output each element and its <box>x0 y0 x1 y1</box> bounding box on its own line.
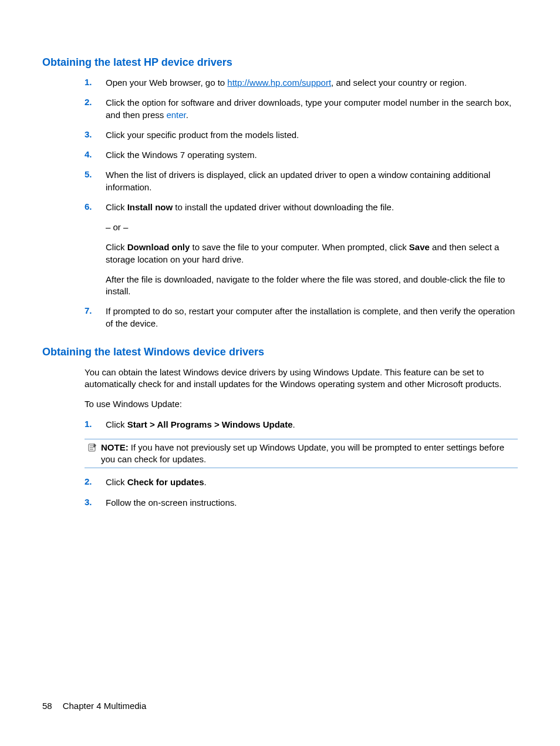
text: to install the updated driver without do… <box>173 202 394 212</box>
text: Click <box>106 242 127 252</box>
step-number: 2. <box>85 97 106 121</box>
windows-update-steps: 1. Click Start > All Programs > Windows … <box>85 419 518 431</box>
note-body: NOTE: If you have not previously set up … <box>101 442 518 466</box>
bold-check-updates: Check for updates <box>127 477 204 487</box>
note-icon <box>85 442 101 452</box>
step-body: When the list of drivers is displayed, c… <box>106 169 518 193</box>
step-body: Click Check for updates. <box>106 476 518 488</box>
list-item: 6. Click Install now to install the upda… <box>85 201 518 298</box>
list-item: 3. Click your specific product from the … <box>85 129 518 141</box>
text: , and select your country or region. <box>331 78 467 88</box>
keyword-enter: enter <box>166 110 185 120</box>
bold-start-path: Start > All Programs > Windows Update <box>127 419 293 429</box>
step-number: 6. <box>85 201 106 298</box>
step-number: 2. <box>85 476 106 488</box>
step-number: 4. <box>85 149 106 161</box>
text: After the file is downloaded, navigate t… <box>106 274 518 298</box>
note-block: NOTE: If you have not previously set up … <box>85 439 518 469</box>
support-link[interactable]: http://www.hp.com/support <box>227 78 331 88</box>
step-number: 3. <box>85 497 106 509</box>
text: . <box>204 477 207 487</box>
list-item: 3. Follow the on-screen instructions. <box>85 497 518 509</box>
step-body: Follow the on-screen instructions. <box>106 497 518 509</box>
step-body: Click the Windows 7 operating system. <box>106 149 518 161</box>
list-item: 2. Click Check for updates. <box>85 476 518 488</box>
list-item: 1. Open your Web browser, go to http://w… <box>85 77 518 89</box>
bold-download-only: Download only <box>127 242 190 252</box>
step-body: Open your Web browser, go to http://www.… <box>106 77 518 89</box>
step-body: Click your specific product from the mod… <box>106 129 518 141</box>
note-label: NOTE: <box>101 442 129 452</box>
chapter-label: Chapter 4 Multimedia <box>63 701 147 711</box>
list-item: 7. If prompted to do so, restart your co… <box>85 305 518 330</box>
list-item: 5. When the list of drivers is displayed… <box>85 169 518 193</box>
step-body: Click the option for software and driver… <box>106 97 518 121</box>
text: Click <box>106 477 127 487</box>
list-item: 1. Click Start > All Programs > Windows … <box>85 419 518 431</box>
hp-drivers-steps: 1. Open your Web browser, go to http://w… <box>85 77 518 330</box>
text: . <box>293 419 295 429</box>
step-body: Click Install now to install the updated… <box>106 201 518 298</box>
section-heading-windows-drivers: Obtaining the latest Windows device driv… <box>42 346 518 358</box>
list-item: 4. Click the Windows 7 operating system. <box>85 149 518 161</box>
intro-paragraph: To use Windows Update: <box>85 398 518 410</box>
step-number: 7. <box>85 305 106 330</box>
text: . <box>186 110 188 120</box>
list-item: 2. Click the option for software and dri… <box>85 97 518 121</box>
step-number: 5. <box>85 169 106 193</box>
step-number: 3. <box>85 129 106 141</box>
step-number: 1. <box>85 419 106 431</box>
step-body: If prompted to do so, restart your compu… <box>106 305 518 330</box>
step-number: 1. <box>85 77 106 89</box>
text: to save the file to your computer. When … <box>190 242 409 252</box>
page-number: 58 <box>42 701 52 711</box>
windows-update-steps-cont: 2. Click Check for updates. 3. Follow th… <box>85 476 518 509</box>
or-separator: – or – <box>106 221 518 233</box>
page-footer: 58Chapter 4 Multimedia <box>42 701 146 711</box>
step-body: Click Start > All Programs > Windows Upd… <box>106 419 518 431</box>
intro-paragraph: You can obtain the latest Windows device… <box>85 367 518 391</box>
text: Click <box>106 419 127 429</box>
bold-save: Save <box>409 242 430 252</box>
text: Open your Web browser, go to <box>106 78 227 88</box>
bold-install-now: Install now <box>127 202 173 212</box>
document-page: Obtaining the latest HP device drivers 1… <box>0 0 560 746</box>
note-text: If you have not previously set up Window… <box>101 442 504 464</box>
section-heading-hp-drivers: Obtaining the latest HP device drivers <box>42 56 518 69</box>
text: Click <box>106 202 127 212</box>
